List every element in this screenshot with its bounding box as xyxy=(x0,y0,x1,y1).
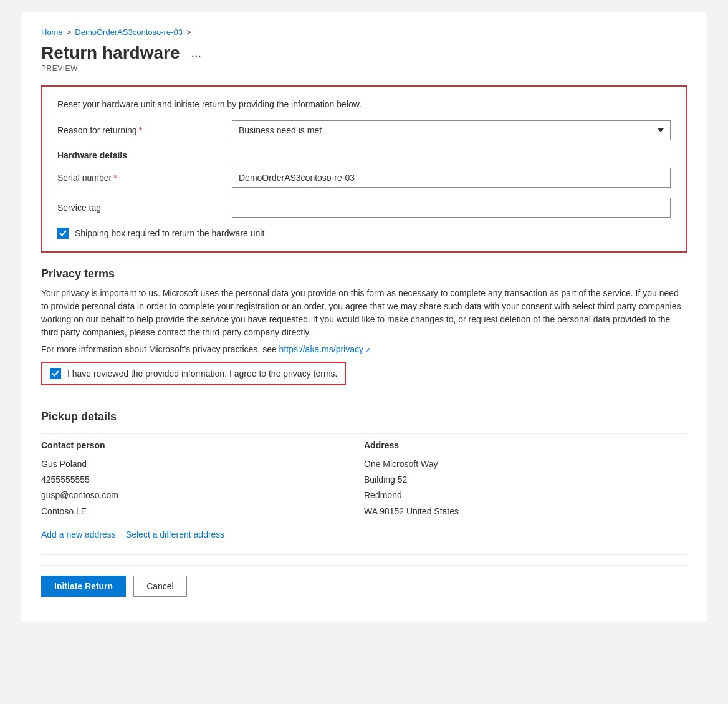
reason-select[interactable]: Business need is met Defective unit Othe… xyxy=(232,120,671,140)
pickup-heading: Pickup details xyxy=(41,410,687,423)
breadcrumb-home[interactable]: Home xyxy=(41,27,63,37)
contact-column: Contact person Gus Poland 4255555555 gus… xyxy=(41,433,364,519)
breadcrumb-sep-1: > xyxy=(67,27,72,37)
select-address-link[interactable]: Select a different address xyxy=(126,529,225,539)
hardware-heading: Hardware details xyxy=(57,150,671,160)
privacy-link[interactable]: https://aka.ms/privacy xyxy=(279,344,363,354)
add-address-link[interactable]: Add a new address xyxy=(41,529,116,539)
page-container: Home > DemoOrderAS3contoso-re-03 > Retur… xyxy=(21,12,707,622)
agree-row: I have reviewed the provided information… xyxy=(41,362,346,385)
contact-company: Contoso LE xyxy=(41,504,364,519)
privacy-text: Your privacy is important to us. Microso… xyxy=(41,287,687,339)
address-line-2: Building 52 xyxy=(364,472,687,488)
address-values: One Microsoft Way Building 52 Redmond WA… xyxy=(364,456,687,519)
cancel-button[interactable]: Cancel xyxy=(133,576,187,597)
page-title: Return hardware xyxy=(41,43,180,63)
breadcrumb-sep-2: > xyxy=(186,27,191,37)
reason-control-wrap: Business need is met Defective unit Othe… xyxy=(232,120,671,140)
agree-checkbox[interactable] xyxy=(50,368,61,379)
footer-divider xyxy=(41,554,687,555)
shipping-checkbox[interactable] xyxy=(57,228,69,239)
initiate-return-button[interactable]: Initiate Return xyxy=(41,576,126,597)
page-subtitle: PREVIEW xyxy=(41,64,687,73)
form-section: Reset your hardware unit and initiate re… xyxy=(41,85,687,253)
ellipsis-button[interactable]: ... xyxy=(188,45,206,62)
pickup-actions: Add a new address Select a different add… xyxy=(41,529,687,539)
external-link-icon: ↗ xyxy=(365,346,371,354)
contact-values: Gus Poland 4255555555 gusp@contoso.com C… xyxy=(41,456,364,519)
form-description: Reset your hardware unit and initiate re… xyxy=(57,99,671,109)
privacy-section: Privacy terms Your privacy is important … xyxy=(41,268,687,398)
address-line-4: WA 98152 United States xyxy=(364,504,687,519)
address-line-1: One Microsoft Way xyxy=(364,456,687,472)
breadcrumb: Home > DemoOrderAS3contoso-re-03 > xyxy=(41,27,687,37)
address-column: Address One Microsoft Way Building 52 Re… xyxy=(364,433,687,519)
service-tag-row: Service tag xyxy=(57,198,671,218)
agree-checkmark-icon xyxy=(52,370,59,377)
privacy-link-row: For more information about Microsoft's p… xyxy=(41,344,687,354)
reason-required: * xyxy=(139,125,142,135)
service-tag-label: Service tag xyxy=(57,203,232,213)
serial-input[interactable] xyxy=(232,168,671,188)
serial-control-wrap xyxy=(232,168,671,188)
contact-header: Contact person xyxy=(41,440,364,450)
serial-label: Serial number* xyxy=(57,173,232,183)
footer-actions: Initiate Return Cancel xyxy=(41,565,687,597)
privacy-heading: Privacy terms xyxy=(41,268,687,281)
checkmark-icon xyxy=(59,229,67,237)
breadcrumb-order[interactable]: DemoOrderAS3contoso-re-03 xyxy=(75,27,183,37)
service-tag-input[interactable] xyxy=(232,198,671,218)
address-header: Address xyxy=(364,440,687,450)
serial-required: * xyxy=(113,173,117,183)
shipping-checkbox-row: Shipping box required to return the hard… xyxy=(57,228,671,239)
serial-row: Serial number* xyxy=(57,168,671,188)
page-title-row: Return hardware ... xyxy=(41,43,687,63)
contact-email: gusp@contoso.com xyxy=(41,488,364,503)
pickup-section: Pickup details Contact person Gus Poland… xyxy=(41,410,687,539)
reason-label: Reason for returning* xyxy=(57,125,232,135)
address-line-3: Redmond xyxy=(364,488,687,503)
agree-label: I have reviewed the provided information… xyxy=(67,369,337,379)
contact-phone: 4255555555 xyxy=(41,472,364,488)
service-tag-control-wrap xyxy=(232,198,671,218)
shipping-checkbox-label: Shipping box required to return the hard… xyxy=(75,228,264,238)
pickup-columns: Contact person Gus Poland 4255555555 gus… xyxy=(41,433,687,519)
contact-name: Gus Poland xyxy=(41,456,364,472)
reason-row: Reason for returning* Business need is m… xyxy=(57,120,671,140)
